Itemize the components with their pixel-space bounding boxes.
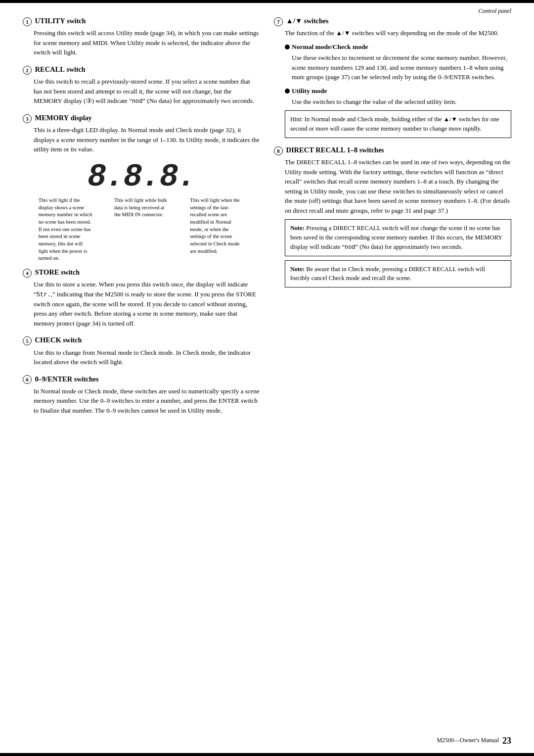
led-caption-1: This will light if the display shows a s…	[39, 197, 93, 262]
section-utility: 1 UTILITY switch Pressing this switch wi…	[23, 16, 260, 57]
footer-page-number: 23	[502, 734, 511, 747]
footer-manual-label: M2500—Owner's Manual	[437, 736, 499, 745]
section-enter-title: 6 0–9/ENTER switches	[23, 374, 260, 384]
enter-bold: 0–9/ENTER	[35, 375, 73, 383]
normal-mode-subsection: Normal mode/Check mode Use these switche…	[285, 42, 511, 82]
circle-7: 7	[274, 17, 283, 26]
section-store-title: 4 STORE switch	[23, 267, 260, 278]
right-column: 7 ▲/▼ switches The function of the ▲/▼ s…	[274, 16, 511, 736]
utility-rest: switch	[65, 17, 86, 25]
circle-4: 4	[23, 269, 32, 278]
section-recall-title: 2 RECALL switch	[23, 64, 260, 75]
recall-bold: RECALL	[35, 65, 65, 73]
utility-mode-subsection: Utility mode Use the switches to change …	[285, 86, 511, 107]
section-recall: 2 RECALL switch Use this switch to recal…	[23, 64, 260, 106]
store-bold: STORE	[35, 268, 59, 276]
section-utility-title: 1 UTILITY switch	[23, 16, 260, 26]
led-display-area: 8.8.8. This will light if the display sh…	[23, 161, 260, 262]
note-text-2: Be aware that in Check mode, pressing a …	[290, 266, 485, 282]
note-box-2: Note: Be aware that in Check mode, press…	[285, 260, 511, 288]
note-box-1: Note: Pressing a DIRECT RECALL switch wi…	[285, 219, 511, 256]
memory-bold: MEMORY	[35, 114, 69, 122]
direct-recall-bold: DIRECT RECALL 1–8	[286, 146, 358, 154]
utility-body: Pressing this switch will access Utility…	[23, 28, 260, 57]
left-column: 1 UTILITY switch Pressing this switch wi…	[23, 16, 260, 736]
hint-box: Hint: In Normal mode and Check mode, hol…	[285, 110, 511, 138]
recall-body: Use this switch to recall a previously-s…	[23, 77, 260, 106]
section-memory: 3 MEMORY display This is a three-digit L…	[23, 113, 260, 154]
led-captions: This will light if the display shows a s…	[23, 197, 260, 262]
updown-rest: switches	[302, 17, 328, 25]
circle-5: 5	[23, 336, 32, 345]
section-enter: 6 0–9/ENTER switches In Normal mode or C…	[23, 374, 260, 416]
circle-8: 8	[274, 146, 283, 155]
circle-1: 1	[23, 17, 32, 26]
led-caption-3: This will light when the settings of the…	[190, 197, 244, 262]
utility-mode-title: Utility mode	[285, 86, 511, 96]
bullet-2	[285, 89, 290, 94]
bottom-border	[0, 753, 534, 756]
section-updown-title: 7 ▲/▼ switches	[274, 16, 511, 26]
direct-recall-body: The DIRECT RECALL 1–8 switches can be us…	[274, 157, 511, 287]
updown-bold: ▲/▼	[286, 17, 303, 25]
check-bold: CHECK	[35, 336, 61, 344]
note-text-after-1: ” (No data) for approximately two second…	[356, 243, 463, 250]
utility-mode-body: Use the switches to change the value of …	[285, 97, 511, 107]
section-updown: 7 ▲/▼ switches The function of the ▲/▼ s…	[274, 16, 511, 138]
section-direct-recall: 8 DIRECT RECALL 1–8 switches The DIRECT …	[274, 145, 511, 287]
recall-rest: switch	[65, 66, 86, 73]
direct-recall-rest: switches	[357, 146, 384, 154]
section-store: 4 STORE switch Use this to store a scene…	[23, 267, 260, 328]
header-label: Control panel	[478, 7, 511, 15]
updown-body: The function of the ▲/▼ switches will va…	[274, 28, 511, 138]
note-label-2: Note:	[290, 266, 305, 273]
circle-3: 3	[23, 114, 32, 123]
top-border	[0, 0, 534, 3]
normal-mode-title: Normal mode/Check mode	[285, 42, 511, 52]
bullet-1	[285, 45, 290, 49]
store-body: Use this to store a scene. When you pres…	[23, 280, 260, 328]
note-code-1: nod	[345, 244, 356, 251]
section-memory-title: 3 MEMORY display	[23, 113, 260, 123]
led-caption-2: This will light while bulk data is being…	[114, 197, 169, 262]
note-label-1: Note:	[290, 225, 305, 232]
memory-body: This is a three-digit LED display. In No…	[23, 125, 260, 154]
hint-text: In Normal mode and Check mode, holding e…	[290, 116, 499, 132]
check-body: Use this to change from Normal mode to C…	[23, 348, 260, 367]
check-rest: switch	[61, 336, 82, 344]
main-content: 1 UTILITY switch Pressing this switch wi…	[23, 16, 511, 736]
store-rest: switch	[59, 269, 80, 276]
hint-label: Hint:	[290, 116, 303, 123]
circle-6: 6	[23, 375, 32, 384]
section-check-title: 5 CHECK switch	[23, 335, 260, 345]
memory-rest: display	[69, 114, 91, 122]
enter-body: In Normal mode or Check mode, these swit…	[23, 386, 260, 416]
enter-rest: switches	[72, 376, 98, 383]
circle-2: 2	[23, 66, 32, 75]
section-direct-recall-title: 8 DIRECT RECALL 1–8 switches	[274, 145, 511, 155]
footer: M2500—Owner's Manual 23	[0, 734, 534, 747]
utility-bold: UTILITY	[35, 17, 65, 25]
normal-mode-body: Use these switches to increment or decre…	[285, 53, 511, 82]
section-check: 5 CHECK switch Use this to change from N…	[23, 335, 260, 367]
led-digits: 8.8.8.	[88, 161, 195, 193]
